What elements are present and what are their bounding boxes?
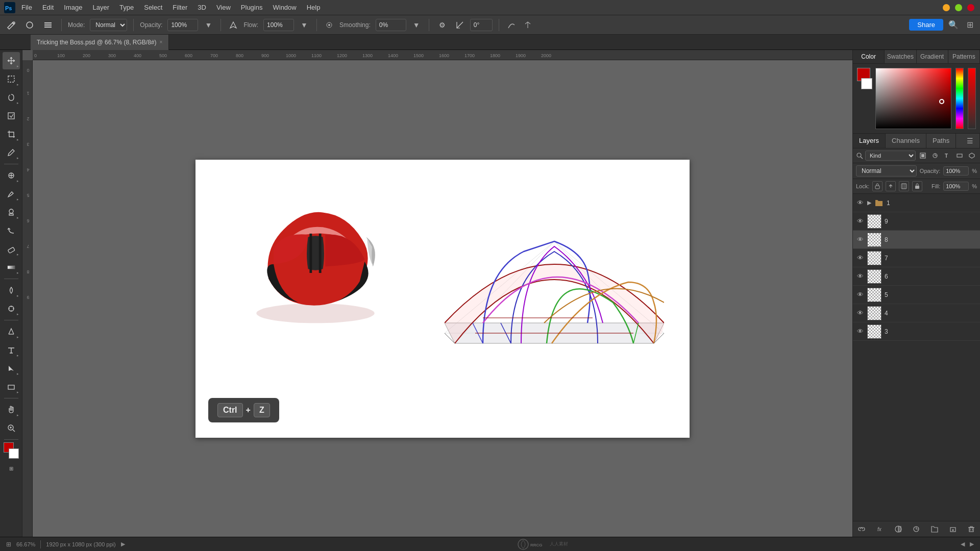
layer-visibility-toggle[interactable]: 👁 (856, 328, 864, 336)
add-mask-button[interactable] (893, 523, 904, 535)
search-icon[interactable]: 🔍 (947, 19, 960, 31)
flow-toggle-icon[interactable]: ▼ (298, 19, 310, 31)
menu-item-view[interactable]: View (212, 3, 235, 12)
pressure-icon[interactable] (227, 19, 239, 31)
brush-options-icon[interactable] (41, 18, 55, 32)
layer-type-icon[interactable]: T (942, 151, 952, 161)
brush-tool-icon[interactable] (4, 18, 18, 32)
healing-tool[interactable]: ▸ (3, 167, 20, 184)
color-picker-handle[interactable] (939, 99, 944, 104)
opacity-input[interactable] (167, 19, 198, 31)
status-arrow[interactable]: ▶ (121, 541, 125, 547)
lasso-tool[interactable]: ▸ (3, 89, 20, 106)
move-tool[interactable]: ▸ (3, 52, 20, 69)
document-tab[interactable]: Tricking the Boss.psd @ 66.7% (8, RGB/8#… (31, 35, 169, 50)
symmetry-icon[interactable] (522, 19, 534, 31)
layer-shape-icon[interactable] (954, 151, 965, 161)
smoothing-input[interactable] (376, 19, 406, 31)
flow-input[interactable] (263, 19, 294, 31)
background-color-swatch[interactable] (861, 78, 872, 89)
layer-visibility-toggle[interactable]: 👁 (856, 199, 864, 207)
scroll-right-btn[interactable]: ▶ (970, 541, 974, 547)
layer-visibility-toggle[interactable]: 👁 (856, 217, 864, 226)
menu-item-image[interactable]: Image (60, 3, 86, 12)
blur-tool[interactable]: ▸ (3, 282, 20, 299)
layer-item[interactable]: 👁 3 (853, 322, 980, 341)
menu-item-window[interactable]: Window (268, 3, 300, 12)
smoothing-toggle-icon[interactable]: ▼ (410, 19, 423, 31)
airbrush-icon[interactable] (323, 19, 335, 31)
settings-icon[interactable]: ⚙ (435, 18, 450, 32)
menu-item-help[interactable]: Help (303, 3, 325, 12)
lock-pixels-icon[interactable] (872, 181, 883, 191)
menu-item-file[interactable]: File (17, 3, 36, 12)
lock-all-icon[interactable] (912, 181, 922, 191)
eyedropper-tool[interactable]: ▸ (3, 144, 20, 161)
layers-tab[interactable]: Layers (853, 134, 886, 148)
canvas-document[interactable]: Ctrl + Z (195, 160, 690, 438)
layers-panel-menu[interactable]: ☰ (961, 134, 980, 148)
lock-artboards-icon[interactable] (899, 181, 909, 191)
marquee-tool[interactable]: ▸ (3, 70, 20, 88)
color-gradient-picker[interactable] (875, 68, 951, 129)
gradient-tab[interactable]: Gradient (917, 50, 948, 63)
create-adjustment-button[interactable] (911, 523, 922, 535)
menu-item-type[interactable]: Type (115, 3, 138, 12)
tab-close-button[interactable]: × (160, 39, 163, 45)
close-button[interactable] (967, 4, 974, 11)
libraries-icon[interactable]: ⊞ (964, 19, 976, 31)
alpha-slider[interactable] (968, 68, 976, 129)
menu-item-select[interactable]: Select (140, 3, 166, 12)
scroll-left-btn[interactable]: ◀ (961, 541, 965, 547)
layer-item[interactable]: 👁 7 (853, 249, 980, 267)
menu-item-3d[interactable]: 3D (193, 3, 210, 12)
delete-layer-button[interactable] (966, 523, 977, 535)
patterns-tab[interactable]: Patterns (948, 50, 980, 63)
layer-item[interactable]: 👁 9 (853, 212, 980, 231)
object-select-tool[interactable] (3, 107, 20, 124)
toolbox-extra-icons[interactable]: ⊞ (3, 460, 20, 477)
shape-tool[interactable]: ▸ (3, 378, 20, 395)
layer-kind-select[interactable]: Kind (865, 151, 916, 161)
pressure-curve-icon[interactable] (505, 19, 518, 31)
crop-tool[interactable]: ▸ (3, 126, 20, 143)
maximize-button[interactable] (955, 4, 962, 11)
hand-tool[interactable]: ▸ (3, 401, 20, 418)
minimize-button[interactable] (943, 4, 950, 11)
opacity-toggle-icon[interactable]: ▼ (202, 19, 214, 31)
channels-tab[interactable]: Channels (886, 134, 926, 148)
swatches-tab[interactable]: Swatches (885, 50, 916, 63)
canvas-background[interactable]: Ctrl + Z (33, 60, 852, 537)
layer-visibility-toggle[interactable]: 👁 (856, 309, 864, 317)
angle-input[interactable] (470, 19, 493, 31)
dodge-tool[interactable]: ▸ (3, 300, 20, 317)
share-button[interactable]: Share (909, 19, 943, 31)
hue-slider[interactable] (955, 68, 964, 129)
toolbox-fg-color[interactable] (3, 442, 20, 459)
history-tool[interactable] (3, 222, 20, 239)
zoom-tool[interactable] (3, 419, 20, 437)
color-tab[interactable]: Color (853, 50, 885, 63)
mode-select[interactable]: Normal (90, 19, 127, 31)
pen-tool[interactable]: ▸ (3, 323, 20, 340)
menu-item-edit[interactable]: Edit (38, 3, 58, 12)
create-group-button[interactable] (929, 523, 940, 535)
layer-item[interactable]: 👁 4 (853, 304, 980, 322)
layer-item[interactable]: 👁 5 (853, 286, 980, 304)
layer-item[interactable]: 👁 8 (853, 231, 980, 249)
layer-item[interactable]: 👁 6 (853, 267, 980, 286)
ruler-toggle-icon[interactable]: ⊞ (6, 541, 11, 548)
layer-fill-input[interactable] (943, 182, 969, 191)
layer-adjustment-icon[interactable] (930, 151, 940, 161)
layer-pixel-icon[interactable] (918, 151, 928, 161)
layer-visibility-toggle[interactable]: 👁 (856, 236, 864, 244)
layer-visibility-toggle[interactable]: 👁 (856, 254, 864, 262)
brush-tool[interactable]: ▸ (3, 185, 20, 203)
menu-item-plugins[interactable]: Plugins (237, 3, 267, 12)
create-layer-button[interactable] (947, 523, 959, 535)
menu-item-layer[interactable]: Layer (89, 3, 114, 12)
eraser-tool[interactable]: ▸ (3, 240, 20, 258)
layer-visibility-toggle[interactable]: 👁 (856, 272, 864, 281)
layer-smart-object-icon[interactable] (967, 151, 977, 161)
lock-position-icon[interactable] (886, 181, 896, 191)
